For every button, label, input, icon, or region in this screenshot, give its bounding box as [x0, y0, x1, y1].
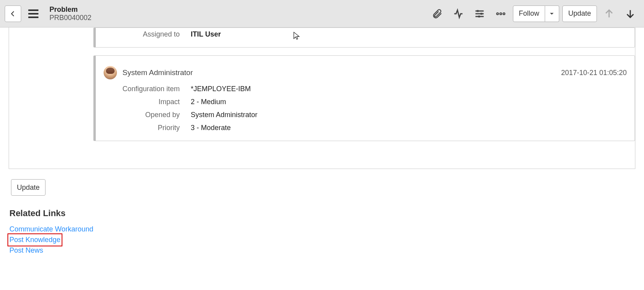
- activity-entry: System Administrator 2017-10-21 01:05:20…: [93, 55, 635, 141]
- activity-icon: [453, 8, 464, 19]
- sliders-icon: [474, 8, 485, 19]
- activity-entry-partial: Assigned to ITIL User: [93, 28, 635, 48]
- link-communicate-workaround[interactable]: Communicate Workaround: [9, 224, 94, 235]
- context-menu-button[interactable]: [28, 9, 38, 18]
- personalize-form-button[interactable]: [471, 5, 489, 23]
- field-value: 3 - Moderate: [191, 124, 231, 132]
- svg-point-5: [503, 13, 505, 15]
- field-row-opened-by: Opened by System Administrator: [104, 108, 627, 121]
- caret-down-icon: [549, 11, 555, 17]
- field-label: Impact: [104, 98, 191, 106]
- link-post-knowledge[interactable]: Post Knowledge: [9, 235, 61, 245]
- avatar: [104, 66, 117, 79]
- record-number: PRB0040002: [49, 14, 91, 22]
- svg-rect-2: [478, 15, 480, 17]
- field-row-config-item: Configuration item *JEMPLOYEE-IBM: [104, 83, 627, 95]
- field-label: Priority: [104, 124, 191, 132]
- follow-dropdown-button[interactable]: [545, 6, 559, 22]
- next-record-button[interactable]: [621, 5, 639, 23]
- activity-user: System Administrator: [122, 68, 193, 77]
- field-value: *JEMPLOYEE-IBM: [191, 85, 251, 93]
- svg-point-3: [496, 13, 498, 15]
- arrow-up-icon: [604, 8, 615, 19]
- field-label: Assigned to: [104, 30, 191, 39]
- field-row-assigned-to: Assigned to ITIL User: [104, 28, 627, 41]
- previous-record-button[interactable]: [600, 5, 618, 23]
- record-type: Problem: [49, 6, 91, 14]
- related-links-heading: Related Links: [9, 208, 635, 218]
- more-options-button[interactable]: [492, 5, 510, 23]
- svg-point-4: [500, 13, 502, 15]
- main-scroll-area[interactable]: Assigned to ITIL User System Administrat…: [0, 28, 644, 290]
- form-section: Assigned to ITIL User System Administrat…: [9, 28, 635, 169]
- svg-rect-1: [480, 13, 482, 15]
- record-title-block: Problem PRB0040002: [49, 6, 91, 22]
- attachment-button[interactable]: [428, 5, 446, 23]
- field-value: System Administrator: [191, 111, 257, 119]
- field-label: Configuration item: [104, 85, 191, 93]
- chevron-left-icon: [9, 10, 16, 17]
- activity-header: System Administrator 2017-10-21 01:05:20: [104, 59, 627, 83]
- paperclip-icon: [432, 8, 443, 19]
- field-label: Opened by: [104, 111, 191, 119]
- field-value: ITIL User: [191, 30, 221, 39]
- more-horizontal-icon: [495, 8, 506, 19]
- link-post-news[interactable]: Post News: [9, 245, 44, 256]
- back-button[interactable]: [5, 6, 21, 22]
- follow-button-group: Follow: [513, 6, 559, 22]
- update-button-bottom[interactable]: Update: [11, 179, 46, 196]
- follow-button[interactable]: Follow: [513, 6, 545, 22]
- activity-timestamp: 2017-10-21 01:05:20: [561, 69, 627, 77]
- header-bar: Problem PRB0040002 Follow Update: [0, 0, 644, 28]
- activity-stream-button[interactable]: [449, 5, 467, 23]
- arrow-down-icon: [625, 8, 636, 19]
- svg-rect-0: [477, 10, 479, 12]
- field-value: 2 - Medium: [191, 98, 226, 106]
- field-row-impact: Impact 2 - Medium: [104, 95, 627, 108]
- field-row-priority: Priority 3 - Moderate: [104, 121, 627, 134]
- update-button[interactable]: Update: [562, 6, 597, 22]
